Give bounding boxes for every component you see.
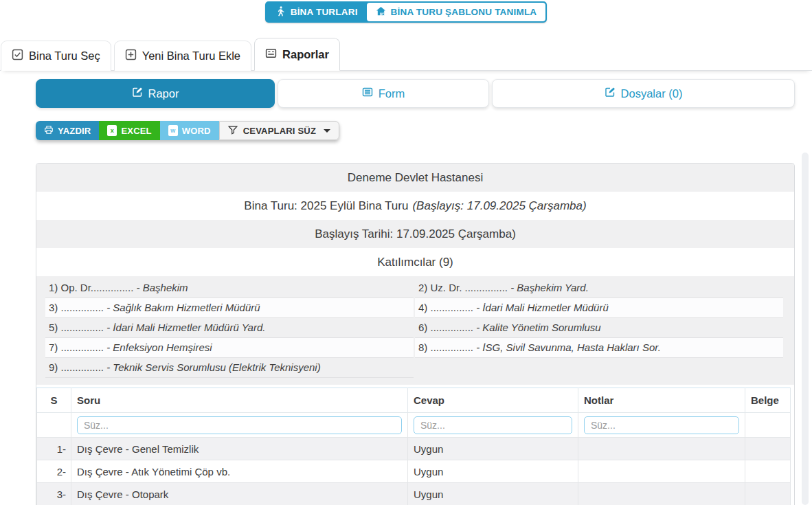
report-panel: Deneme Devlet Hastanesi Bina Turu: 2025 … (36, 163, 795, 505)
row-belge (745, 438, 791, 460)
row-cevap: Uygun (408, 438, 578, 460)
top-button-group: BİNA TURLARI BİNA TURU ŞABLONU TANIMLA (265, 1, 548, 23)
export-toolbar: YAZDIR x EXCEL w WORD CEVAPLARI SÜZ (36, 121, 339, 140)
questions-header-row: S Soru Cevap Notlar Belge (37, 388, 791, 413)
participant-item: 9) ............... - Teknik Servis Sorum… (45, 358, 414, 378)
tab-bar: Bina Turu Seç Yeni Bina Turu Ekle Raporl… (0, 38, 812, 71)
tour-title: Bina Turu: 2025 Eylül Bina Turu (244, 199, 408, 213)
participant-item: 2) Uz. Dr. ............... - Başhekim Ya… (415, 278, 783, 298)
start-date-row: Başlayış Tarihi: 17.09.2025 Çarşamba) (36, 220, 794, 248)
edit-square-icon (605, 87, 616, 100)
bina-turu-sablonu-tanimla-button[interactable]: BİNA TURU ŞABLONU TANIMLA (367, 3, 546, 21)
participants-grid: 1) Op. Dr............... - Başhekim 2) U… (45, 278, 783, 378)
tab-bina-turu-sec[interactable]: Bina Turu Seç (1, 41, 111, 71)
participant-item: 3) ............... - Sağlık Bakım Hizmet… (45, 298, 414, 318)
rapor-view-button[interactable]: Rapor (36, 79, 275, 108)
tab-bina-turu-sec-label: Bina Turu Seç (29, 49, 100, 63)
view-switcher: Rapor Form Dosyalar (0) (36, 79, 795, 108)
yazdir-label: YAZDIR (58, 126, 91, 136)
excel-button[interactable]: x EXCEL (99, 121, 159, 140)
form-view-label: Form (379, 87, 405, 100)
check-square-icon (12, 49, 23, 63)
plus-square-icon (125, 49, 137, 63)
row-number: 1- (37, 438, 71, 460)
report-list-icon (265, 47, 277, 62)
participant-item: 7) ............... - Enfeksiyon Hemşires… (45, 338, 414, 358)
edit-square-icon (132, 87, 143, 100)
dosyalar-view-label: Dosyalar (0) (621, 87, 683, 100)
word-label: WORD (182, 126, 211, 136)
printer-icon (44, 125, 54, 137)
list-icon (362, 87, 373, 100)
participant-item: 1) Op. Dr............... - Başhekim (45, 278, 414, 298)
dosyalar-view-button[interactable]: Dosyalar (0) (492, 79, 795, 108)
participants-section: 1) Op. Dr............... - Başhekim 2) U… (36, 276, 794, 385)
yazdir-button[interactable]: YAZDIR (36, 121, 99, 140)
tour-subtitle: (Başlayış: 17.09.2025 Çarşamba) (412, 199, 586, 213)
col-header-notlar[interactable]: Notlar (578, 388, 745, 413)
cevaplari-suz-label: CEVAPLARI SÜZ (243, 126, 316, 136)
participant-item: 8) ............... - İSG, Sivil Savunma,… (415, 338, 783, 358)
form-view-button[interactable]: Form (278, 79, 489, 108)
tab-raporlar[interactable]: Raporlar (254, 38, 340, 71)
row-soru: Dış Çevre - Otopark (71, 483, 408, 505)
caret-down-icon (324, 129, 330, 133)
participants-heading-row: Katılımcılar (9) (36, 248, 794, 276)
row-cevap: Uygun (408, 460, 578, 483)
row-notlar (578, 438, 745, 460)
col-header-s[interactable]: S (37, 388, 71, 413)
bina-turu-sablonu-tanimla-label: BİNA TURU ŞABLONU TANIMLA (391, 7, 537, 17)
rapor-view-label: Rapor (148, 87, 179, 100)
tour-title-row: Bina Turu: 2025 Eylül Bina Turu (Başlayı… (36, 192, 794, 220)
walking-person-icon (275, 6, 286, 19)
cevap-filter-input[interactable] (414, 416, 572, 434)
table-row: 3- Dış Çevre - Otopark Uygun (37, 483, 791, 505)
row-soru: Dış Çevre - Atık Yönetimi Çöp vb. (71, 460, 408, 483)
questions-table: S Soru Cevap Notlar Belge 1- Dış Çevre -… (36, 388, 791, 505)
start-date: Başlayış Tarihi: 17.09.2025 Çarşamba) (315, 227, 516, 241)
col-header-cevap[interactable]: Cevap (408, 388, 578, 413)
col-header-belge[interactable]: Belge (745, 388, 791, 413)
page-scrollbar[interactable] (802, 153, 809, 505)
filter-row (37, 413, 791, 438)
participant-item: 5) ............... - İdari Mali Hizmetle… (45, 318, 414, 338)
file-excel-icon: x (107, 125, 117, 136)
hospital-name-row: Deneme Devlet Hastanesi (36, 164, 794, 192)
table-row: 1- Dış Çevre - Genel Temizlik Uygun (37, 438, 791, 460)
row-cevap: Uygun (408, 483, 578, 505)
participant-item: 4) ............... - İdari Mali Hizmetle… (415, 298, 783, 318)
hospital-name: Deneme Devlet Hastanesi (348, 171, 483, 185)
tab-yeni-bina-turu-ekle[interactable]: Yeni Bina Turu Ekle (114, 41, 251, 71)
soru-filter-input[interactable] (77, 416, 402, 434)
cevaplari-suz-dropdown[interactable]: CEVAPLARI SÜZ (219, 121, 339, 140)
main-content: Rapor Form Dosyalar (0) YAZDIR x EXCEL (0, 79, 812, 505)
filter-funnel-icon (228, 125, 238, 137)
row-notlar (578, 460, 745, 483)
participant-item: 6) ............... - Kalite Yönetim Soru… (415, 318, 783, 338)
tab-raporlar-label: Raporlar (282, 48, 329, 61)
top-action-bar: BİNA TURLARI BİNA TURU ŞABLONU TANIMLA (0, 0, 812, 23)
bina-turlari-label: BİNA TURLARI (291, 7, 358, 17)
home-icon (376, 6, 386, 19)
tab-yeni-bina-turu-ekle-label: Yeni Bina Turu Ekle (142, 49, 240, 63)
notlar-filter-input[interactable] (584, 416, 739, 434)
participant-empty-cell (415, 358, 783, 378)
word-button[interactable]: w WORD (160, 121, 219, 140)
row-notlar (578, 483, 745, 505)
bina-turlari-button[interactable]: BİNA TURLARI (267, 3, 367, 21)
row-number: 2- (37, 460, 71, 483)
row-belge (745, 483, 791, 505)
questions-table-wrap: S Soru Cevap Notlar Belge 1- Dış Çevre -… (36, 385, 794, 505)
row-soru: Dış Çevre - Genel Temizlik (71, 438, 408, 460)
excel-label: EXCEL (121, 126, 151, 136)
participants-heading: Katılımcılar (9) (377, 256, 453, 269)
table-row: 2- Dış Çevre - Atık Yönetimi Çöp vb. Uyg… (37, 460, 791, 483)
col-header-soru[interactable]: Soru (71, 388, 408, 413)
row-number: 3- (37, 483, 71, 505)
file-word-icon: w (168, 125, 178, 136)
row-belge (745, 460, 791, 483)
